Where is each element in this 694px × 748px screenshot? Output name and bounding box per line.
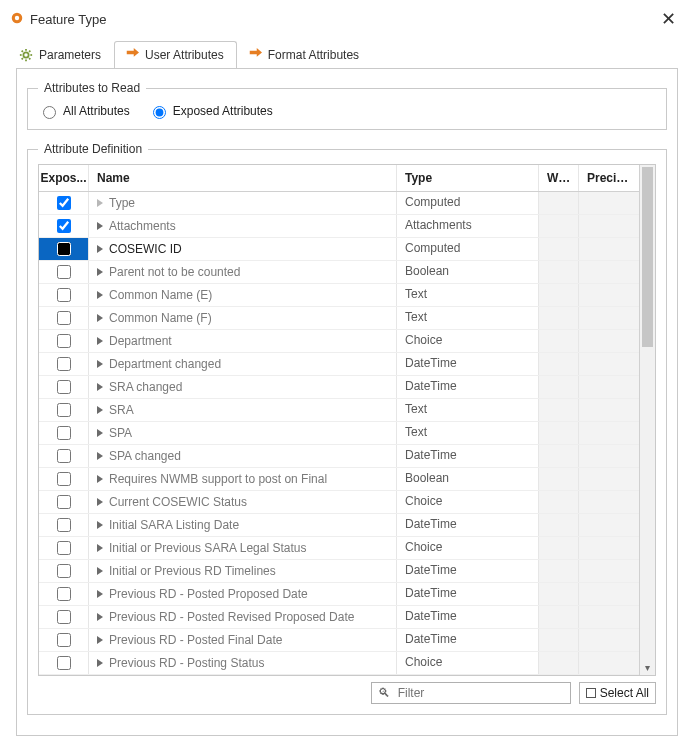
exposed-checkbox[interactable] <box>57 564 71 578</box>
name-cell[interactable]: SRA changed <box>89 376 397 398</box>
exposed-checkbox[interactable] <box>57 656 71 670</box>
name-cell[interactable]: Department <box>89 330 397 352</box>
name-cell[interactable]: Previous RD - Posted Revised Proposed Da… <box>89 606 397 628</box>
name-cell[interactable]: Attachments <box>89 215 397 237</box>
exposed-checkbox[interactable] <box>57 495 71 509</box>
name-cell[interactable]: Parent not to be counted <box>89 261 397 283</box>
exposed-checkbox[interactable] <box>57 311 71 325</box>
exposed-cell[interactable] <box>39 606 89 628</box>
exposed-cell[interactable] <box>39 399 89 421</box>
radio-exposed-attributes-input[interactable] <box>153 106 166 119</box>
table-row[interactable]: SPA changedDateTime <box>39 445 639 468</box>
exposed-cell[interactable] <box>39 652 89 674</box>
exposed-checkbox[interactable] <box>57 357 71 371</box>
expand-icon[interactable] <box>97 406 103 414</box>
table-row[interactable]: Previous RD - Posted Revised Proposed Da… <box>39 606 639 629</box>
tab-user-attributes[interactable]: User Attributes <box>114 41 237 68</box>
table-row[interactable]: Initial SARA Listing DateDateTime <box>39 514 639 537</box>
exposed-cell[interactable] <box>39 583 89 605</box>
radio-all-attributes[interactable]: All Attributes <box>38 103 130 119</box>
table-row[interactable]: Common Name (E)Text <box>39 284 639 307</box>
exposed-checkbox[interactable] <box>57 633 71 647</box>
filter-box[interactable]: 🔍︎ <box>371 682 571 704</box>
expand-icon[interactable] <box>97 521 103 529</box>
expand-icon[interactable] <box>97 268 103 276</box>
table-row[interactable]: Current COSEWIC StatusChoice <box>39 491 639 514</box>
name-cell[interactable]: Previous RD - Posted Proposed Date <box>89 583 397 605</box>
table-row[interactable]: TypeComputed <box>39 192 639 215</box>
name-cell[interactable]: Initial or Previous RD Timelines <box>89 560 397 582</box>
exposed-cell[interactable] <box>39 468 89 490</box>
table-row[interactable]: SRA changedDateTime <box>39 376 639 399</box>
exposed-checkbox[interactable] <box>57 219 71 233</box>
table-row[interactable]: AttachmentsAttachments <box>39 215 639 238</box>
exposed-cell[interactable] <box>39 284 89 306</box>
exposed-checkbox[interactable] <box>57 610 71 624</box>
exposed-checkbox[interactable] <box>57 265 71 279</box>
exposed-cell[interactable] <box>39 307 89 329</box>
expand-icon[interactable] <box>97 360 103 368</box>
exposed-checkbox[interactable] <box>57 587 71 601</box>
name-cell[interactable]: Previous RD - Posting Status <box>89 652 397 674</box>
exposed-checkbox[interactable] <box>57 541 71 555</box>
name-cell[interactable]: Initial SARA Listing Date <box>89 514 397 536</box>
exposed-cell[interactable] <box>39 560 89 582</box>
filter-input[interactable] <box>396 685 564 701</box>
exposed-cell[interactable] <box>39 422 89 444</box>
exposed-checkbox[interactable] <box>57 472 71 486</box>
table-row[interactable]: SRAText <box>39 399 639 422</box>
column-header-width[interactable]: Wid... <box>539 165 579 191</box>
exposed-checkbox[interactable] <box>57 518 71 532</box>
table-row[interactable]: Department changedDateTime <box>39 353 639 376</box>
tab-parameters[interactable]: Parameters <box>8 41 114 68</box>
expand-icon[interactable] <box>97 567 103 575</box>
expand-icon[interactable] <box>97 613 103 621</box>
name-cell[interactable]: SRA <box>89 399 397 421</box>
table-row[interactable]: Initial or Previous SARA Legal StatusCho… <box>39 537 639 560</box>
scroll-down-button[interactable]: ▾ <box>640 659 655 675</box>
column-header-type[interactable]: Type <box>397 165 539 191</box>
column-header-name[interactable]: Name <box>89 165 397 191</box>
exposed-cell[interactable] <box>39 629 89 651</box>
exposed-checkbox[interactable] <box>57 403 71 417</box>
table-row[interactable]: DepartmentChoice <box>39 330 639 353</box>
table-row[interactable]: Parent not to be countedBoolean <box>39 261 639 284</box>
exposed-cell[interactable] <box>39 537 89 559</box>
expand-icon[interactable] <box>97 337 103 345</box>
expand-icon[interactable] <box>97 222 103 230</box>
exposed-checkbox[interactable] <box>57 380 71 394</box>
expand-icon[interactable] <box>97 475 103 483</box>
exposed-cell[interactable] <box>39 376 89 398</box>
exposed-checkbox[interactable] <box>57 334 71 348</box>
exposed-checkbox[interactable] <box>57 426 71 440</box>
table-row[interactable]: Initial or Previous RD TimelinesDateTime <box>39 560 639 583</box>
expand-icon[interactable] <box>97 429 103 437</box>
exposed-cell[interactable] <box>39 330 89 352</box>
exposed-cell[interactable] <box>39 514 89 536</box>
name-cell[interactable]: Type <box>89 192 397 214</box>
table-row[interactable]: Requires NWMB support to post on FinalBo… <box>39 468 639 491</box>
expand-icon[interactable] <box>97 636 103 644</box>
exposed-cell[interactable] <box>39 192 89 214</box>
exposed-checkbox[interactable] <box>57 242 71 256</box>
expand-icon[interactable] <box>97 659 103 667</box>
select-all-button[interactable]: Select All <box>579 682 656 704</box>
expand-icon[interactable] <box>97 291 103 299</box>
name-cell[interactable]: SPA <box>89 422 397 444</box>
table-row[interactable]: Previous RD - Posting StatusChoice <box>39 652 639 675</box>
scrollbar-thumb[interactable] <box>642 167 653 347</box>
name-cell[interactable]: Current COSEWIC Status <box>89 491 397 513</box>
vertical-scrollbar[interactable]: ▾ <box>639 165 655 675</box>
name-cell[interactable]: Common Name (F) <box>89 307 397 329</box>
expand-icon[interactable] <box>97 245 103 253</box>
table-row[interactable]: Previous RD - Posted Final DateDateTime <box>39 629 639 652</box>
exposed-cell[interactable] <box>39 445 89 467</box>
column-header-precision[interactable]: Precisi... <box>579 165 639 191</box>
tab-format-attributes[interactable]: Format Attributes <box>237 41 372 68</box>
name-cell[interactable]: Requires NWMB support to post on Final <box>89 468 397 490</box>
table-row[interactable]: COSEWIC IDComputed <box>39 238 639 261</box>
name-cell[interactable]: Previous RD - Posted Final Date <box>89 629 397 651</box>
expand-icon[interactable] <box>97 544 103 552</box>
close-button[interactable]: ✕ <box>653 6 684 32</box>
name-cell[interactable]: COSEWIC ID <box>89 238 397 260</box>
